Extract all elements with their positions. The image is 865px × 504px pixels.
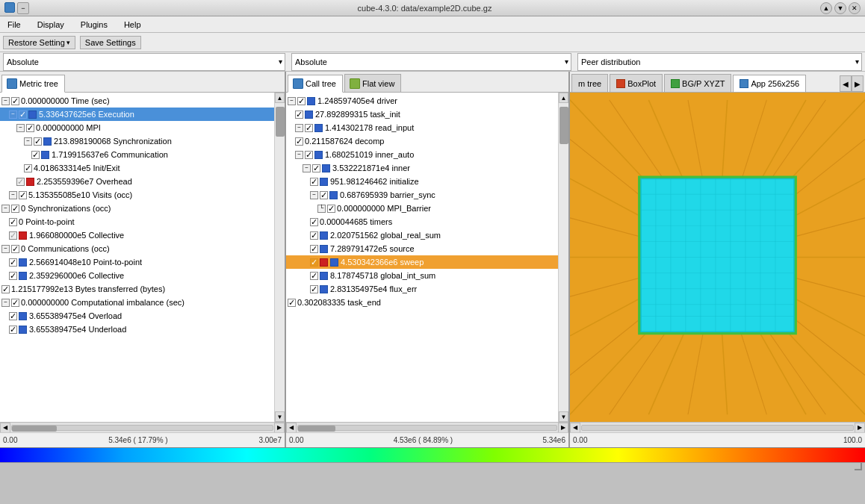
window-icons[interactable]: − <box>4 2 29 14</box>
tab-call-tree[interactable]: Call tree <box>288 75 343 93</box>
right-h-scroll[interactable]: ◀ ▶ <box>570 422 865 432</box>
center-v-scrollbar[interactable]: ▲ ▼ <box>558 93 568 422</box>
resize-handle[interactable] <box>855 463 862 470</box>
item-label: 4.018633314e5 Init/Exit <box>34 162 120 174</box>
tree-item[interactable]: ✓ 7.289791472e5 source <box>286 242 558 255</box>
tree-item[interactable]: − ✓ 213.898190068 Synchronization <box>0 134 274 148</box>
expand-icon[interactable]: − <box>1 299 10 307</box>
tree-item[interactable]: └ ✓ 0.000000000 MPI_Barrier <box>286 202 558 215</box>
save-settings-button[interactable]: Save Settings <box>80 36 141 49</box>
expand-icon[interactable]: − <box>1 245 10 253</box>
expand-icon[interactable]: − <box>295 124 303 132</box>
center-dropdown[interactable]: Absolute <box>291 53 571 71</box>
expand-icon[interactable]: − <box>9 191 17 199</box>
scroll-down-btn[interactable]: ▼ <box>275 411 285 422</box>
minimize-button[interactable]: − <box>17 2 29 14</box>
expand-icon[interactable]: − <box>295 151 303 159</box>
tree-item[interactable]: − ✓ 0.000000000 Time (sec) <box>0 94 274 108</box>
restore-dropdown-arrow[interactable]: ▾ <box>66 39 70 46</box>
scroll-thumb[interactable] <box>559 107 568 144</box>
tree-item[interactable]: ✓ 27.892899315 task_init <box>286 108 558 121</box>
tree-item[interactable]: ✓ 2.253559396e7 Overhead <box>0 175 274 188</box>
tree-item[interactable]: − ✓ 0.687695939 barrier_sync <box>286 188 558 202</box>
h-scroll-thumb[interactable] <box>12 426 57 432</box>
tree-item[interactable]: ✓ 2.831354975e4 flux_err <box>286 282 558 296</box>
check-icon: ✓ <box>295 137 303 146</box>
item-label: 1.248597405e4 driver <box>317 95 397 107</box>
h-scroll-thumb[interactable] <box>298 426 335 432</box>
tab-metric-tree[interactable]: Metric tree <box>1 75 65 93</box>
expand-icon[interactable]: − <box>16 124 25 132</box>
tab-boxplot[interactable]: BoxPlot <box>610 74 663 92</box>
window-controls[interactable]: ▲ ▼ ✕ <box>820 2 861 14</box>
left-tree-scroll[interactable]: − ✓ 0.000000000 Time (sec) − ✓ 5.3364376… <box>0 93 274 422</box>
scroll-left-btn[interactable]: ◀ <box>570 423 580 433</box>
center-tree-scroll[interactable]: − ✓ 1.248597405e4 driver ✓ 27.892899315 … <box>286 93 558 422</box>
tree-item[interactable]: ✓ 8.178745718 global_int_sum <box>286 269 558 282</box>
tree-item[interactable]: ✓ 2.359296000e6 Collective <box>0 269 274 282</box>
tree-item[interactable]: ✓ 1.719915637e6 Communication <box>0 148 274 161</box>
tree-item[interactable]: − ✓ 0 Communications (occ) <box>0 242 274 255</box>
expand-icon[interactable]: − <box>9 111 17 119</box>
tree-item[interactable]: ✓ 0.211587624 decomp <box>286 134 558 148</box>
scroll-track <box>559 103 568 411</box>
restore-setting-button[interactable]: Restore Setting ▾ <box>3 36 75 49</box>
menu-plugins[interactable]: Plugins <box>76 19 112 31</box>
left-v-scrollbar[interactable]: ▲ ▼ <box>274 93 285 422</box>
tab-flat-view[interactable]: Flat view <box>344 74 401 92</box>
tree-item[interactable]: ✓ 3.655389475e4 Underload <box>0 323 274 336</box>
tree-item-selected-orange[interactable]: ✓ 4.530342366e6 sweep <box>286 255 558 269</box>
item-label: 27.892899315 task_init <box>315 108 400 120</box>
scroll-thumb[interactable] <box>276 107 285 137</box>
scroll-left-btn[interactable]: ◀ <box>286 423 297 433</box>
expand-icon[interactable]: − <box>24 137 32 146</box>
scroll-up-btn[interactable]: ▲ <box>559 93 568 103</box>
tree-item[interactable]: ✓ 0 Point-to-point <box>0 215 274 228</box>
tree-item[interactable]: − ✓ 0.000000000 Computational imbalance … <box>0 296 274 309</box>
expand-icon[interactable]: − <box>288 97 296 105</box>
nav-arrow-left[interactable]: ◀ <box>840 75 852 92</box>
tab-bgp-xyzt[interactable]: BG/P XYZT <box>664 74 731 92</box>
minimize-btn[interactable]: ▲ <box>820 2 832 14</box>
tab-app-256[interactable]: App 256x256 <box>733 75 806 93</box>
expand-icon[interactable]: └ <box>317 205 326 213</box>
tree-item[interactable]: ✓ 951.981246462 initialize <box>286 175 558 188</box>
scroll-down-btn[interactable]: ▼ <box>559 411 568 422</box>
tree-item[interactable]: − ✓ 1.414302178 read_input <box>286 121 558 134</box>
scroll-right-btn[interactable]: ▶ <box>558 423 568 433</box>
tab-m-tree[interactable]: m tree <box>571 74 608 92</box>
tree-item[interactable]: − ✓ 1.248597405e4 driver <box>286 94 558 108</box>
tree-item[interactable]: − ✓ 5.135355085e10 Visits (occ) <box>0 188 274 202</box>
tree-item[interactable]: − ✓ 3.532221871e4 inner <box>286 161 558 175</box>
left-h-scroll[interactable]: ◀ ▶ <box>0 422 285 432</box>
tree-item[interactable]: ✓ 1.215177992e13 Bytes transferred (byte… <box>0 282 274 296</box>
center-h-scroll[interactable]: ◀ ▶ <box>286 422 568 432</box>
tree-item[interactable]: − ✓ 0 Synchronizations (occ) <box>0 202 274 215</box>
expand-icon[interactable]: − <box>1 205 10 213</box>
tree-item[interactable]: ✓ 2.020751562 global_real_sum <box>286 228 558 242</box>
menu-file[interactable]: File <box>3 19 25 31</box>
maximize-btn[interactable]: ▼ <box>834 2 846 14</box>
scroll-left-btn[interactable]: ◀ <box>0 423 10 433</box>
scroll-right-btn[interactable]: ▶ <box>274 423 285 433</box>
tree-item[interactable]: ✓ 1.966080000e5 Collective <box>0 228 274 242</box>
nav-arrow-right[interactable]: ▶ <box>852 75 864 92</box>
scroll-right-btn[interactable]: ▶ <box>855 423 865 433</box>
left-dropdown[interactable]: Absolute <box>3 53 285 71</box>
tree-item[interactable]: ✓ 2.566914048e10 Point-to-point <box>0 255 274 269</box>
tree-item[interactable]: ✓ 4.018633314e5 Init/Exit <box>0 161 274 175</box>
tree-item[interactable]: − ✓ 0.000000000 MPI <box>0 121 274 134</box>
tree-item[interactable]: ✓ 0.302083335 task_end <box>286 296 558 309</box>
menu-display[interactable]: Display <box>33 19 69 31</box>
scroll-up-btn[interactable]: ▲ <box>275 93 285 103</box>
close-btn[interactable]: ✕ <box>849 2 861 14</box>
right-dropdown[interactable]: Peer distribution <box>577 53 862 71</box>
tree-item-selected[interactable]: − ✓ 5.336437625e6 Execution <box>0 108 274 121</box>
expand-icon[interactable]: − <box>310 191 318 199</box>
tree-item[interactable]: ✓ 0.000044685 timers <box>286 215 558 228</box>
expand-icon[interactable]: − <box>303 164 311 172</box>
menu-help[interactable]: Help <box>120 19 146 31</box>
tree-item[interactable]: ✓ 3.655389475e4 Overload <box>0 309 274 323</box>
expand-icon[interactable]: − <box>1 97 10 105</box>
tree-item[interactable]: − ✓ 1.680251019 inner_auto <box>286 148 558 161</box>
